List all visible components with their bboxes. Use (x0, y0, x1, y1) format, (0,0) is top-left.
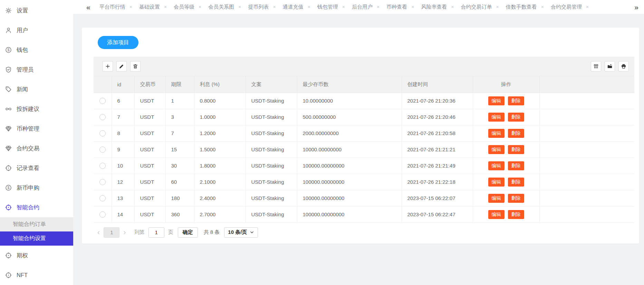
close-tab-icon[interactable]: × (451, 4, 454, 9)
sidebar-subitem-1[interactable]: 智能合约设置 (0, 231, 73, 246)
close-tab-icon[interactable]: × (308, 4, 310, 9)
close-tab-icon[interactable]: × (273, 4, 276, 9)
filler-cell (539, 93, 634, 109)
sidebar-item-0[interactable]: 设置 (0, 1, 73, 20)
close-tab-icon[interactable]: × (496, 4, 499, 9)
sidebar-item-6[interactable]: 币种管理 (0, 119, 73, 139)
tab-label: 会员关系图 (208, 4, 234, 10)
edit-row-button[interactable]: 编辑 (488, 96, 504, 105)
edit-row-button[interactable]: 编辑 (488, 113, 504, 122)
toggle-columns-icon[interactable] (591, 61, 601, 72)
delete-rows-icon[interactable] (130, 61, 141, 72)
sidebar-item-4[interactable]: 新闻 (0, 79, 73, 99)
add-row-icon[interactable] (103, 61, 113, 72)
edit-row-button[interactable]: 编辑 (488, 145, 504, 154)
sidebar-subitem-0[interactable]: 智能合约订单 (0, 217, 73, 231)
row-radio[interactable] (99, 179, 106, 185)
current-page-button[interactable]: 1 (104, 227, 119, 238)
tab-label: 币种查看 (386, 4, 407, 10)
close-tab-icon[interactable]: × (164, 4, 167, 9)
row-radio[interactable] (99, 163, 106, 169)
cell-coin: USDT (134, 93, 165, 109)
edit-row-icon[interactable] (116, 61, 127, 72)
edit-row-button[interactable]: 编辑 (488, 178, 504, 187)
column-header: 文案 (246, 76, 297, 93)
sidebar-item-10[interactable]: 智能合约 (0, 198, 73, 217)
close-tab-icon[interactable]: × (586, 4, 589, 9)
row-radio[interactable] (99, 211, 106, 218)
tab-4[interactable]: 提币列表× (244, 0, 279, 14)
tab-12[interactable]: 合约交易管理× (547, 0, 592, 14)
tab-11[interactable]: 倍数手数查看× (502, 0, 547, 14)
edit-row-button[interactable]: 编辑 (488, 129, 504, 138)
delete-row-button[interactable]: 删除 (508, 96, 524, 105)
print-icon[interactable] (618, 61, 629, 72)
tab-8[interactable]: 币种查看× (383, 0, 417, 14)
edit-row-button[interactable]: 编辑 (488, 194, 504, 203)
next-page-icon[interactable]: › (120, 229, 129, 236)
row-actions-cell: 编辑删除 (473, 109, 539, 125)
tab-7[interactable]: 后台用户× (348, 0, 383, 14)
delete-row-button[interactable]: 删除 (508, 178, 524, 187)
cell-text: USDT-Staking (246, 125, 297, 141)
tab-2[interactable]: 会员等级× (170, 0, 205, 14)
sidebar-item-9[interactable]: $新币申购 (0, 178, 73, 198)
tab-1[interactable]: 基础设置× (136, 0, 170, 14)
sidebar-item-3[interactable]: 管理员 (0, 60, 73, 79)
close-tab-icon[interactable]: × (129, 4, 132, 9)
row-actions-cell: 编辑删除 (473, 141, 539, 158)
export-icon[interactable] (605, 61, 615, 72)
cell-term: 15 (165, 141, 194, 158)
close-tab-icon[interactable]: × (377, 4, 379, 9)
sidebar-item-7[interactable]: 合约交易 (0, 139, 73, 158)
row-radio[interactable] (99, 114, 106, 120)
row-radio[interactable] (99, 130, 106, 136)
table-row: 7USDT31.0000USDT-Staking500.000000002021… (94, 109, 634, 125)
row-radio[interactable] (99, 98, 106, 104)
sidebar-item-1[interactable]: 用户 (0, 20, 73, 40)
delete-row-button[interactable]: 删除 (508, 210, 524, 219)
close-tab-icon[interactable]: × (541, 4, 544, 9)
confirm-page-button[interactable]: 确定 (178, 227, 198, 238)
sidebar-item-2[interactable]: $钱包 (0, 40, 73, 60)
cell-term: 3 (165, 109, 194, 125)
close-tab-icon[interactable]: × (411, 4, 414, 9)
tab-10[interactable]: 合约交易订单× (458, 0, 502, 14)
delete-row-button[interactable]: 删除 (508, 194, 524, 203)
table-row: 6USDT10.8000USDT-Staking10.000000002021-… (94, 93, 634, 109)
cell-interest: 0.8000 (194, 93, 246, 109)
tab-9[interactable]: 风险率查看× (417, 0, 457, 14)
tab-list: 平台币行情×基础设置×会员等级×会员关系图×提币列表×通道充值×钱包管理×后台用… (96, 0, 633, 14)
sidebar-item-5[interactable]: 投拆建议 (0, 99, 73, 119)
delete-row-button[interactable]: 删除 (508, 145, 524, 154)
scroll-tabs-right-icon[interactable]: » (633, 3, 640, 11)
tab-0[interactable]: 平台币行情× (96, 0, 136, 14)
tab-label: 合约交易订单 (461, 4, 492, 10)
delete-row-button[interactable]: 删除 (508, 161, 524, 170)
tab-6[interactable]: 钱包管理× (314, 0, 348, 14)
page-size-select[interactable]: 10 条/页 (224, 227, 258, 238)
page-jump-input[interactable] (148, 227, 164, 238)
edit-row-button[interactable]: 编辑 (488, 161, 504, 170)
close-tab-icon[interactable]: × (238, 4, 241, 9)
cell-interest: 1.2000 (194, 125, 246, 141)
scroll-tabs-left-icon[interactable]: « (85, 3, 92, 11)
add-project-button[interactable]: 添加项目 (98, 36, 138, 49)
tab-5[interactable]: 通道充值× (279, 0, 314, 14)
row-radio[interactable] (99, 195, 106, 201)
sidebar-item-8[interactable]: 记录查看 (0, 158, 73, 178)
cell-min: 10.00000000 (297, 93, 402, 109)
close-tab-icon[interactable]: × (199, 4, 201, 9)
cell-interest: 2.4000 (194, 190, 246, 206)
delete-row-button[interactable]: 删除 (508, 113, 524, 122)
close-tab-icon[interactable]: × (342, 4, 345, 9)
cell-created: 2021-07-26 21:21:21 (402, 141, 473, 158)
prev-page-icon[interactable]: ‹ (94, 229, 103, 236)
sidebar-item-11[interactable]: 期权 (0, 246, 73, 265)
coin-icon: $ (5, 184, 12, 191)
edit-row-button[interactable]: 编辑 (488, 210, 504, 219)
tab-3[interactable]: 会员关系图× (205, 0, 244, 14)
row-radio[interactable] (99, 146, 106, 153)
delete-row-button[interactable]: 删除 (508, 129, 524, 138)
sidebar-item-12[interactable]: NFT (0, 265, 73, 285)
